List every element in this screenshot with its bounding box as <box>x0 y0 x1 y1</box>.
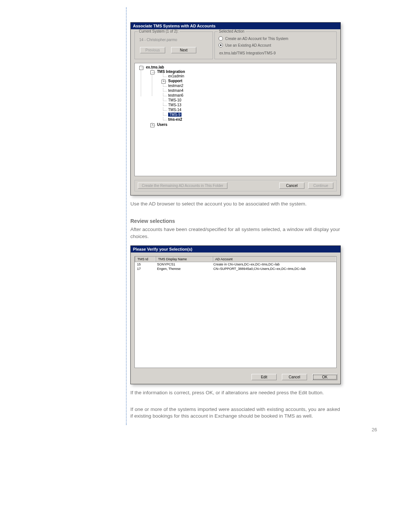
tree-item-label: TMS-13 <box>168 103 181 107</box>
tree-item[interactable]: +Support <box>163 78 336 83</box>
tree-users[interactable]: + Users <box>152 122 336 127</box>
verify-dialog: Please Verify your Selection(s) TMS Id T… <box>130 245 341 384</box>
dialog-title: Associate TMS Systems with AD Accounts <box>131 23 340 29</box>
tree-item-label: testman2 <box>168 84 183 88</box>
page-number: 26 <box>372 427 377 432</box>
tree-item[interactable]: tms-ex2 <box>163 117 336 122</box>
tree-item[interactable]: testman4 <box>163 88 336 93</box>
next-button[interactable]: Next <box>171 47 196 53</box>
cancel-button[interactable]: Cancel <box>279 183 304 189</box>
paragraph: If one or more of the systems imported w… <box>130 406 340 420</box>
paragraph: If the information is correct, press OK,… <box>130 389 340 397</box>
radio-use-existing[interactable]: Use an Existing AD Account <box>219 43 333 47</box>
paragraph: Use the AD browser to select the account… <box>130 201 340 208</box>
tree-item[interactable]: testman6 <box>163 93 336 98</box>
collapse-icon[interactable]: - <box>150 70 154 74</box>
cell-tmsid: 15 <box>135 262 155 267</box>
dialog-bottom-bar: Create the Remaining AD Accounts in This… <box>134 180 337 191</box>
edit-button[interactable]: Edit <box>251 374 277 380</box>
selected-action-legend: Selected Action <box>218 29 246 33</box>
previous-button[interactable]: Previous <box>140 47 165 53</box>
column-header-displayname[interactable]: TMS Display Name <box>156 257 213 262</box>
cancel-button[interactable]: Cancel <box>282 374 307 380</box>
tree-tms-integration[interactable]: - TMS Integration ex1admin +Support test… <box>152 69 336 122</box>
radio-create-label: Create an AD Account for This System <box>225 37 288 41</box>
current-system-group: Current System (1 of 2): 14 - Christophe… <box>134 31 213 59</box>
tree-item-selected[interactable]: TMS-9 <box>163 112 336 117</box>
listview-headers: TMS Id TMS Display Name AD Account <box>135 257 336 262</box>
cell-name: SONYPCS1 <box>155 262 211 267</box>
create-remaining-button[interactable]: Create the Remaining AD Accounts in This… <box>138 183 227 189</box>
tree-item-label: tms-ex2 <box>168 117 182 121</box>
tree-item[interactable]: testman2 <box>163 83 336 88</box>
continue-button[interactable]: Continue <box>308 183 333 189</box>
section-heading: Review selections <box>130 218 340 224</box>
left-margin-dotted-line <box>126 7 127 425</box>
ok-button[interactable]: OK <box>312 374 337 380</box>
tree-item-label: TMS-9 <box>168 113 181 117</box>
selections-listview[interactable]: TMS Id TMS Display Name AD Account 15 SO… <box>134 256 337 368</box>
tree-item-label: testman6 <box>168 93 183 97</box>
tree-item-label: Support <box>168 79 182 83</box>
radio-existing-label: Use an Existing AD Account <box>225 43 271 47</box>
list-row[interactable]: 17 Engen, Therese CN=SUPPORT_388945a0,CN… <box>135 267 336 271</box>
associate-dialog: Associate TMS Systems with AD Accounts C… <box>130 22 341 195</box>
column-header-tmsid[interactable]: TMS Id <box>135 257 156 262</box>
collapse-icon[interactable]: - <box>139 66 143 70</box>
tree-tms-integration-label: TMS Integration <box>157 70 185 74</box>
cell-account: Create in CN=Users,DC=ex,DC=tms,DC=lab <box>211 262 336 267</box>
tree-root-label: ex.tms.lab <box>146 65 164 69</box>
radio-icon <box>219 43 223 47</box>
cell-account: CN=SUPPORT_388945a0,CN=Users,DC=ex,DC=tm… <box>211 267 336 271</box>
expand-icon[interactable]: + <box>150 123 154 127</box>
dialog-title: Please Verify your Selection(s) <box>131 246 340 252</box>
selected-path-text: ex.tms.lab/TMS Integration/TMS-9 <box>219 51 333 55</box>
column-header-adaccount[interactable]: AD Account <box>213 257 336 262</box>
tree-item[interactable]: TMS-14 <box>163 107 336 112</box>
cell-tmsid: 17 <box>135 267 155 271</box>
tree-users-label: Users <box>157 123 167 127</box>
tree-item-label: testman4 <box>168 88 183 93</box>
tree-item[interactable]: TMS-13 <box>163 103 336 107</box>
current-system-name: 14 - Christopher.parmo <box>139 38 209 42</box>
tree-item[interactable]: ex1admin <box>163 74 336 78</box>
cell-name: Engen, Therese <box>155 267 211 271</box>
radio-icon <box>219 36 223 41</box>
current-system-legend: Current System (1 of 2): <box>138 29 180 33</box>
list-row[interactable]: 15 SONYPCS1 Create in CN=Users,DC=ex,DC=… <box>135 262 336 267</box>
ad-tree-panel[interactable]: - ex.tms.lab - TMS Integration ex1admin … <box>134 63 337 176</box>
tree-item[interactable]: TMS-10 <box>163 98 336 103</box>
tree-root[interactable]: - ex.tms.lab - TMS Integration ex1admin … <box>141 65 336 127</box>
tree-item-label: TMS-10 <box>168 98 181 102</box>
tree-item-label: TMS-14 <box>168 108 181 112</box>
tree-item-label: ex1admin <box>168 74 184 78</box>
radio-create-account[interactable]: Create an AD Account for This System <box>219 36 333 41</box>
paragraph: After accounts have been created/specifi… <box>130 226 340 240</box>
selected-action-group: Selected Action Create an AD Account for… <box>214 31 337 59</box>
